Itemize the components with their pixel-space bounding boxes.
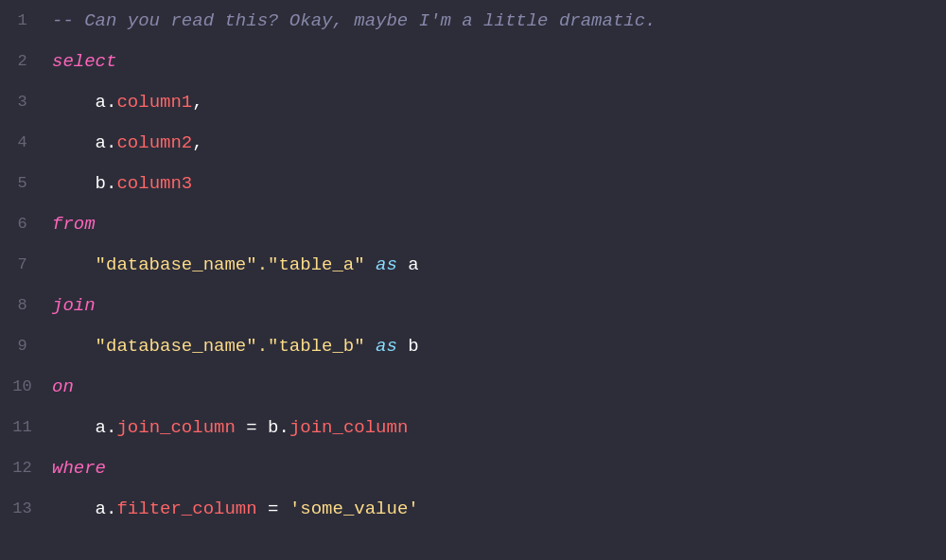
keyword-token: from	[52, 214, 96, 235]
comment-token: -- Can you read this? Okay, maybe I'm a …	[52, 10, 657, 31]
alias-kw-token: as	[376, 336, 397, 357]
string-token: "database_name"."table_b"	[96, 336, 365, 357]
line-number: 4	[0, 122, 52, 163]
indent-token	[52, 132, 96, 153]
identifier-token: b	[96, 173, 106, 194]
space-token	[278, 499, 289, 519]
column-token: column2	[116, 132, 192, 153]
column-token: column1	[116, 92, 192, 113]
identifier-token: ,	[192, 132, 202, 153]
line-number: 12	[0, 447, 52, 488]
dot-token: .	[106, 417, 116, 438]
code-line: a.column2,	[52, 122, 946, 163]
code-editor: 12345678910111213 -- Can you read this? …	[0, 0, 946, 560]
identifier-token: a	[96, 499, 106, 519]
line-number: 11	[0, 407, 52, 447]
code-line: -- Can you read this? Okay, maybe I'm a …	[52, 0, 946, 41]
dot-token: .	[278, 417, 289, 438]
line-number: 3	[0, 81, 52, 122]
indent-token	[52, 499, 96, 519]
space-token	[365, 254, 376, 275]
identifier-token: b	[268, 417, 278, 438]
column-token: join_column	[289, 417, 408, 438]
alias-kw-token: as	[376, 254, 397, 275]
identifier-token: a	[408, 254, 418, 275]
identifier-token: a	[96, 417, 106, 438]
dot-token: .	[106, 173, 116, 194]
code-line: where	[52, 447, 946, 488]
space-token	[257, 499, 268, 519]
column-token: filter_column	[116, 499, 256, 519]
operator-token: =	[246, 417, 256, 438]
column-token: column3	[116, 173, 192, 194]
line-number: 13	[0, 488, 52, 529]
code-line: on	[52, 366, 946, 407]
dot-token: .	[106, 92, 116, 113]
keyword-token: select	[52, 51, 116, 72]
identifier-token: a	[96, 132, 106, 153]
line-number: 1	[0, 0, 52, 41]
code-line: "database_name"."table_b" as b	[52, 325, 946, 366]
keyword-token: where	[52, 458, 106, 479]
line-number: 6	[0, 203, 52, 244]
line-number: 10	[0, 366, 52, 407]
line-number: 8	[0, 285, 52, 325]
indent-token	[52, 417, 96, 438]
space-token	[397, 254, 408, 275]
line-number: 5	[0, 163, 52, 203]
code-line: a.filter_column = 'some_value'	[52, 488, 946, 529]
operator-token: =	[268, 499, 278, 519]
string-token: 'some_value'	[289, 499, 419, 519]
string-token: "database_name"."table_a"	[96, 254, 365, 275]
space-token	[236, 417, 246, 438]
keyword-token: join	[52, 295, 96, 316]
line-number: 7	[0, 244, 52, 285]
space-token	[257, 417, 268, 438]
identifier-token: ,	[192, 92, 202, 113]
column-token: join_column	[116, 417, 235, 438]
code-line: from	[52, 203, 946, 244]
indent-token	[52, 173, 96, 194]
code-line: "database_name"."table_a" as a	[52, 244, 946, 285]
keyword-token: on	[52, 376, 74, 397]
code-line: select	[52, 41, 946, 81]
indent-token	[52, 336, 96, 357]
line-number: 2	[0, 41, 52, 81]
identifier-token: b	[408, 336, 418, 357]
code-content[interactable]: -- Can you read this? Okay, maybe I'm a …	[52, 0, 946, 560]
dot-token: .	[106, 132, 116, 153]
space-token	[397, 336, 408, 357]
code-line: b.column3	[52, 163, 946, 203]
code-line: a.join_column = b.join_column	[52, 407, 946, 447]
code-line: join	[52, 285, 946, 325]
dot-token: .	[106, 499, 116, 519]
line-number-gutter: 12345678910111213	[0, 0, 52, 560]
indent-token	[52, 92, 96, 113]
indent-token	[52, 254, 96, 275]
identifier-token: a	[96, 92, 106, 113]
space-token	[365, 336, 376, 357]
line-number: 9	[0, 325, 52, 366]
code-line: a.column1,	[52, 81, 946, 122]
